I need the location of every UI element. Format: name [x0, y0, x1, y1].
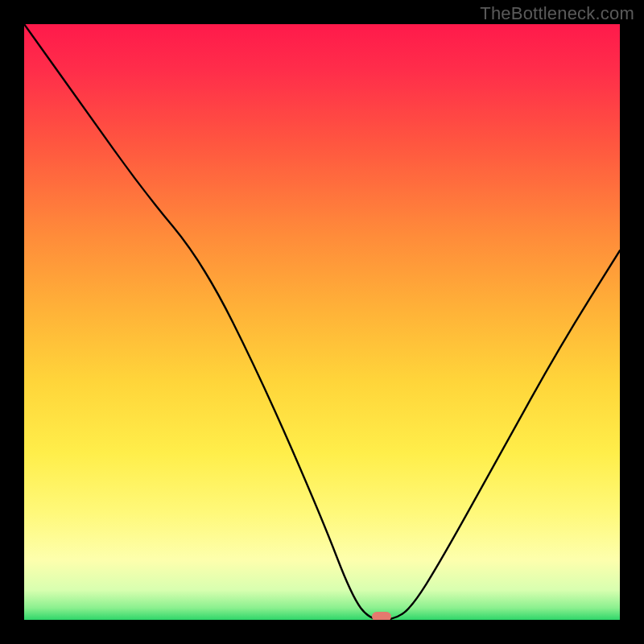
curve-path — [24, 24, 620, 620]
optimal-marker — [372, 612, 391, 620]
chart-frame: TheBottleneck.com — [0, 0, 644, 644]
plot-area — [24, 24, 620, 620]
watermark-text: TheBottleneck.com — [480, 3, 634, 24]
bottleneck-curve — [24, 24, 620, 620]
